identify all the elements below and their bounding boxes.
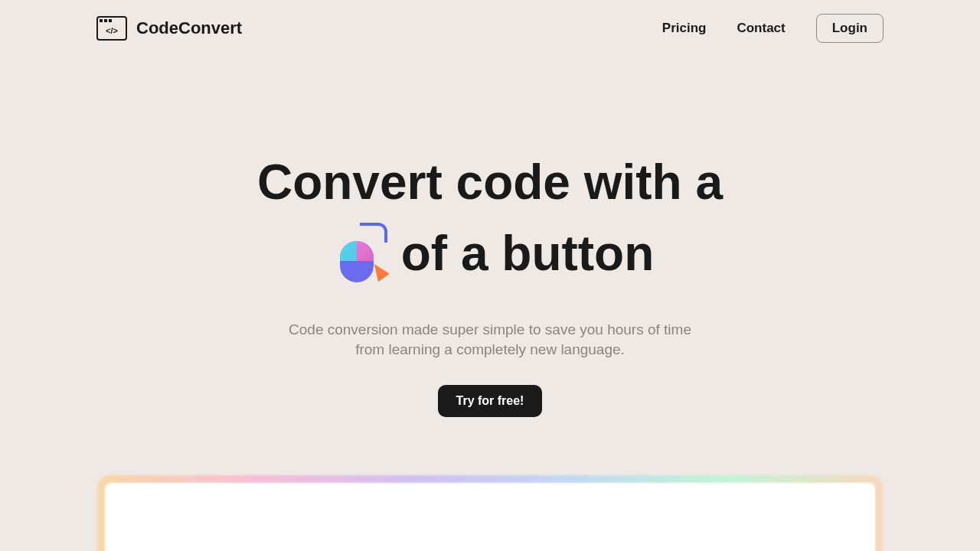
hero-subtitle: Code conversion made super simple to sav… xyxy=(0,320,980,360)
nav-contact[interactable]: Contact xyxy=(737,21,785,36)
logo[interactable]: </> CodeConvert xyxy=(96,16,242,41)
mouse-click-icon xyxy=(326,223,387,284)
hero-title: Convert code with a of a button xyxy=(0,147,980,289)
hero-title-line2: of a button xyxy=(326,218,655,289)
nav: Pricing Contact Login xyxy=(662,14,884,43)
login-button[interactable]: Login xyxy=(816,14,884,43)
logo-icon: </> xyxy=(96,16,127,41)
preview-panel xyxy=(97,475,883,551)
hero-title-line2-text: of a button xyxy=(401,218,655,289)
hero-title-line1: Convert code with a xyxy=(257,147,723,218)
logo-text: CodeConvert xyxy=(136,18,242,38)
header: </> CodeConvert Pricing Contact Login xyxy=(0,0,980,57)
preview-panel-inner xyxy=(105,483,875,551)
hero-section: Convert code with a of a button Code con… xyxy=(0,57,980,551)
hero-subtitle-line2: from learning a completely new language. xyxy=(355,341,625,357)
try-free-button[interactable]: Try for free! xyxy=(438,385,543,417)
code-brackets-icon: </> xyxy=(106,26,118,35)
nav-pricing[interactable]: Pricing xyxy=(662,21,707,36)
hero-subtitle-line1: Code conversion made super simple to sav… xyxy=(289,321,691,337)
